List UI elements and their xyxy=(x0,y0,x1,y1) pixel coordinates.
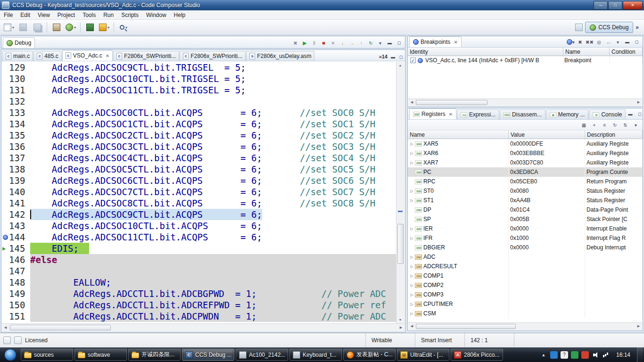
gutter-marker[interactable] xyxy=(2,130,8,141)
expand-arrow-icon[interactable]: ▷ xyxy=(409,189,414,193)
menu-project[interactable]: Project xyxy=(54,11,79,19)
save-button[interactable] xyxy=(17,22,30,33)
menu-file[interactable]: File xyxy=(0,11,17,19)
register-row-comp3[interactable]: ▷1010COMP3 xyxy=(408,290,643,299)
close-tab-icon[interactable]: ✕ xyxy=(106,53,109,58)
register-row-sp[interactable]: 1010SP0x005BStack Pointer [C xyxy=(408,214,643,224)
remove-terminated-button[interactable]: ✖ xyxy=(291,39,299,47)
scroll-up-arrow[interactable]: ▲ xyxy=(396,62,404,69)
taskbar-button-sources[interactable]: sources xyxy=(21,349,73,361)
tray-antivirus-icon[interactable] xyxy=(571,351,578,359)
close-button[interactable]: ✕ xyxy=(623,1,643,10)
registers-hscroll-thumb[interactable] xyxy=(416,324,516,329)
register-row-dbgier[interactable]: 1010DBGIER0x0000Debug Interrupt xyxy=(408,243,643,252)
gutter-marker[interactable] xyxy=(2,299,8,311)
register-row-ier[interactable]: ▷1010IER0x0000Interrupt Enable xyxy=(408,224,643,233)
tab-console[interactable]: ▤Console xyxy=(589,109,626,119)
gutter-marker[interactable] xyxy=(2,209,8,220)
column-header-name[interactable]: Name xyxy=(408,131,509,139)
debug-button[interactable]: ▾ xyxy=(64,22,77,33)
open-perspective-icon[interactable] xyxy=(575,24,583,31)
code-area[interactable]: 129 AdcRegs.ADCSOC9CTL.bit.TRIGSEL = 5;1… xyxy=(2,62,396,323)
vertical-scrollbar[interactable]: ▲ ▼ xyxy=(396,62,405,323)
hidden-icons-chevron[interactable]: ▲ xyxy=(540,351,547,359)
register-row-st1[interactable]: ▷1010ST10xAA4BStatus Register xyxy=(408,196,643,205)
taskbar-button-softwave[interactable]: softwave xyxy=(74,349,127,361)
target-config-button[interactable] xyxy=(83,22,97,33)
gutter-marker[interactable] xyxy=(2,152,8,164)
link-with-debug-button[interactable]: ↔ xyxy=(604,38,612,46)
expand-arrow-icon[interactable]: ▷ xyxy=(409,151,414,156)
maximize-view-icon[interactable]: ◻ xyxy=(633,38,641,46)
expand-arrow-icon[interactable]: ▷ xyxy=(409,302,414,306)
gutter-marker[interactable] xyxy=(2,254,8,265)
instruction-pointer-icon[interactable] xyxy=(2,243,8,254)
tab-debug[interactable]: Debug xyxy=(3,37,35,48)
gutter-marker[interactable] xyxy=(2,164,8,175)
expand-arrow-icon[interactable]: ▷ xyxy=(409,142,414,146)
register-row-comp1[interactable]: ▷1010COMP1 xyxy=(408,271,643,280)
horizontal-scroll-thumb[interactable] xyxy=(10,325,111,330)
menu-scripts[interactable]: Scripts xyxy=(117,11,142,19)
close-view-icon[interactable]: ✕ xyxy=(454,40,457,45)
flash-button[interactable]: ▾ xyxy=(98,22,111,33)
breakpoints-view-menu[interactable]: ▾ xyxy=(614,38,622,46)
show-desktop-button[interactable] xyxy=(637,347,643,362)
register-row-adc[interactable]: ▷1010ADC xyxy=(408,252,643,262)
status-license-icon[interactable] xyxy=(14,337,22,344)
register-row-dp[interactable]: 1010DP0x01C4Data-Page Point xyxy=(408,205,643,214)
restart-button[interactable]: ↻ xyxy=(367,39,375,47)
gutter-marker[interactable] xyxy=(2,197,8,209)
step-over-button[interactable]: → xyxy=(348,39,356,47)
taskbar-button-开诚四条限[interactable]: 开诚四条限... xyxy=(128,349,181,361)
tray-help-icon[interactable]: ? xyxy=(561,351,568,359)
gutter-marker[interactable] xyxy=(2,311,8,322)
add-register-icon[interactable]: + xyxy=(590,121,598,129)
column-header-description[interactable]: Description xyxy=(585,131,643,139)
minimize-view-icon[interactable]: ▬ xyxy=(386,39,394,47)
register-row-st0[interactable]: ▷1010ST00x0080Status Register xyxy=(408,186,643,196)
expand-arrow-icon[interactable]: ▷ xyxy=(409,274,414,278)
ccs-debug-perspective-button[interactable]: CCS Debug xyxy=(585,22,633,33)
gutter-marker[interactable] xyxy=(2,175,8,186)
editor-tab-main-c[interactable]: cmain.c xyxy=(2,51,33,61)
network-icon[interactable] xyxy=(602,351,610,359)
close-view-icon[interactable]: ✕ xyxy=(449,112,453,117)
start-button[interactable] xyxy=(4,349,17,361)
disconnect-button[interactable]: ✕ xyxy=(329,39,337,47)
gutter-marker[interactable] xyxy=(2,107,8,118)
scroll-left-arrow[interactable]: ◀ xyxy=(2,324,9,331)
gutter-marker[interactable] xyxy=(2,277,8,288)
tab-registers[interactable]: 1010Registers✕ xyxy=(409,108,456,119)
save-all-button[interactable] xyxy=(31,22,44,33)
new-breakpoint-dropdown[interactable]: ▾ xyxy=(567,38,575,46)
menu-view[interactable]: View xyxy=(34,11,54,19)
gutter-marker[interactable] xyxy=(2,62,8,73)
tab-disassem[interactable]: 0101Disassem... xyxy=(500,109,545,119)
maximize-view-icon[interactable]: ◻ xyxy=(397,53,405,61)
breakpoint-row[interactable]: ✓VSO_Adc.c, line 144 (InitAdc + 0xBF) [H… xyxy=(408,56,643,65)
step-return-button[interactable]: ↑ xyxy=(357,39,365,47)
breakpoints-hscroll-thumb[interactable] xyxy=(416,100,487,105)
show-supported-breakpoints-button[interactable]: ◎ xyxy=(595,38,603,46)
expand-arrow-icon[interactable]: ▷ xyxy=(409,283,414,288)
search-button[interactable]: ▾ xyxy=(117,22,130,33)
register-row-adcresult[interactable]: ▷1010ADCRESULT xyxy=(408,262,643,271)
menu-run[interactable]: Run xyxy=(99,11,117,19)
taskbar-button-ccs-debug[interactable]: CCCS Debug ... xyxy=(182,349,234,361)
build-button[interactable] xyxy=(50,22,63,33)
expand-arrow-icon[interactable]: ▷ xyxy=(409,293,414,297)
menu-window[interactable]: Window xyxy=(142,11,170,19)
suspend-button[interactable]: Ⅱ xyxy=(310,39,318,47)
new-file-button[interactable]: ▾ xyxy=(2,22,16,33)
expand-arrow-icon[interactable]: ▷ xyxy=(409,264,414,269)
refresh-icon[interactable]: ↻ xyxy=(611,121,619,129)
maximize-view-icon[interactable]: ◻ xyxy=(395,39,403,47)
vertical-scroll-thumb[interactable] xyxy=(397,224,404,264)
gutter-marker[interactable] xyxy=(2,186,8,197)
taskbar-button-ac100-2142[interactable]: Ac100_2142... xyxy=(236,349,288,361)
column-header-condition[interactable]: Condition xyxy=(610,48,643,56)
gutter-marker[interactable] xyxy=(2,96,8,107)
minimize-view-icon[interactable]: ▬ xyxy=(389,53,397,61)
minimize-view-icon[interactable]: ▬ xyxy=(623,38,631,46)
